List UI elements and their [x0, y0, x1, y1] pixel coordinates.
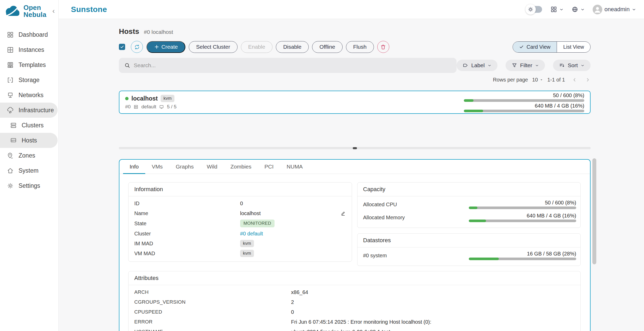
page-title: Hosts: [119, 27, 139, 36]
attribute-row-hostname: HOSTNAME ubuntu2204-fireedge-kvm-6-99-6c…: [129, 327, 580, 331]
chevron-down-icon: [559, 7, 564, 12]
flush-button[interactable]: Flush: [346, 41, 374, 53]
edit-name-button[interactable]: [340, 210, 346, 216]
tab-zombies[interactable]: Zombies: [224, 160, 258, 174]
select-cluster-button[interactable]: Select Cluster: [189, 41, 238, 53]
sidebar-item-label: Hosts: [22, 137, 37, 144]
horizontal-scrollbar-thumb[interactable]: [353, 147, 357, 149]
host-memory-meter: 640 MB / 4 GB (16%): [464, 103, 584, 112]
vertical-scrollbar-thumb[interactable]: [592, 158, 596, 264]
host-card-localhost[interactable]: localhost kvm #0 default 5 / 5 50 / 600 …: [119, 91, 591, 114]
attribute-row-cgroups: CGROUPS_VERSION 2: [129, 297, 580, 307]
apps-grid-icon: [550, 6, 557, 13]
card-view-button[interactable]: Card View: [513, 42, 557, 52]
searchbar[interactable]: [119, 58, 457, 73]
sidebar-item-clusters[interactable]: Clusters: [0, 118, 58, 133]
check-icon: [519, 45, 524, 49]
select-all-checkbox[interactable]: [119, 44, 125, 50]
host-cpu-bar: [464, 99, 584, 102]
sidebar-item-dashboard[interactable]: Dashboard: [0, 27, 58, 42]
apps-menu-button[interactable]: [550, 6, 564, 13]
vm-mad-badge: kvm: [240, 250, 254, 257]
main-content: Hosts #0 localhost Create Select Cluster…: [59, 19, 644, 331]
app-title: Sunstone: [71, 5, 107, 14]
sort-icon: [559, 63, 565, 68]
sidebar-nav: Dashboard Instances Templates Storage Ne…: [0, 27, 58, 193]
attribute-row-error: ERROR Fri Jun 6 07:45:14 2025 : Error mo…: [129, 317, 580, 327]
refresh-button[interactable]: [131, 41, 143, 53]
infrastructure-icon: [7, 107, 14, 114]
chevron-down-icon: [632, 7, 636, 12]
allocated-cpu-bar: [469, 207, 576, 209]
tab-info[interactable]: Info: [123, 160, 145, 174]
storage-icon: [7, 77, 14, 84]
datastores-section: Datastores #0 system 16 GB / 58 GB (28%): [357, 233, 581, 266]
sidebar-item-system[interactable]: System: [0, 163, 58, 178]
cluster-link[interactable]: #0 default: [240, 231, 263, 237]
delete-button[interactable]: [377, 41, 389, 53]
trash-icon: [380, 44, 386, 50]
sidebar-item-infrastructure[interactable]: Infrastructure: [0, 103, 58, 118]
rows-per-page-select[interactable]: 10: [532, 77, 543, 83]
topbar: Sunstone on: [59, 0, 644, 19]
sidebar-item-instances[interactable]: Instances: [0, 42, 58, 57]
im-mad-badge: kvm: [240, 240, 254, 247]
sidebar-item-storage[interactable]: Storage: [0, 72, 58, 88]
tab-vms[interactable]: VMs: [145, 160, 169, 174]
sidebar-item-templates[interactable]: Templates: [0, 57, 58, 72]
pencil-icon: [340, 210, 346, 216]
allocated-memory-bar: [469, 220, 576, 222]
sidebar: Open Nebula ‹ Dashboard Instances Templa…: [0, 0, 59, 331]
list-view-button[interactable]: List View: [557, 42, 590, 52]
plus-icon: [154, 44, 159, 49]
user-menu-button[interactable]: oneadmin: [593, 5, 636, 14]
sidebar-item-hosts[interactable]: Hosts: [0, 133, 58, 148]
settings-gear-icon: [7, 182, 14, 189]
create-button[interactable]: Create: [147, 41, 185, 53]
tab-wild[interactable]: Wild: [200, 160, 224, 174]
search-icon: [124, 62, 130, 68]
host-id: #0: [125, 104, 131, 110]
tab-pci[interactable]: PCI: [258, 160, 280, 174]
sidebar-collapse-icon[interactable]: ‹: [52, 7, 55, 15]
offline-button[interactable]: Offline: [312, 41, 342, 53]
horizontal-scrollbar[interactable]: [119, 147, 591, 149]
host-detail-panel: Info VMs Graphs Wild Zombies PCI NUMA In…: [119, 159, 591, 331]
previous-page-button[interactable]: [572, 77, 577, 83]
tab-graphs[interactable]: Graphs: [169, 160, 200, 174]
sidebar-item-label: Templates: [19, 61, 46, 68]
funnel-icon: [512, 63, 517, 68]
sidebar-item-label: Settings: [19, 182, 40, 189]
attributes-section: Attributes ARCH x86_64 CGROUPS_VERSION 2…: [128, 271, 581, 331]
label-filter-button[interactable]: Label: [457, 60, 497, 71]
chevron-down-icon: [488, 64, 491, 67]
filter-button[interactable]: Filter: [506, 60, 545, 71]
chevron-down-icon: [535, 64, 539, 67]
sort-button[interactable]: Sort: [553, 60, 591, 71]
sidebar-item-networks[interactable]: Networks: [0, 88, 58, 103]
information-section: Information ID 0 Name localhost: [128, 182, 352, 262]
info-row-name: Name localhost: [129, 208, 352, 218]
sidebar-item-label: Instances: [19, 46, 44, 53]
attributes-title: Attributes: [129, 271, 580, 285]
search-input[interactable]: [134, 62, 451, 68]
information-title: Information: [129, 183, 352, 196]
language-menu-button[interactable]: [572, 6, 585, 13]
sidebar-item-label: Networks: [19, 92, 44, 99]
hosts-icon: [10, 137, 17, 144]
opennebula-logo[interactable]: Open Nebula: [0, 0, 58, 18]
theme-toggle[interactable]: [525, 4, 543, 15]
disable-button[interactable]: Disable: [276, 41, 309, 53]
capacity-section: Capacity Allocated CPU 50 / 600 (8%) All…: [357, 182, 581, 228]
datastore-row-system: #0 system 16 GB / 58 GB (28%): [357, 249, 581, 263]
sidebar-item-zones[interactable]: Zones: [0, 148, 58, 163]
page-header: Hosts #0 localhost: [119, 27, 591, 36]
host-state-dot: [125, 97, 129, 100]
rows-per-page-label: Rows per page: [493, 77, 528, 83]
sidebar-item-settings[interactable]: Settings: [0, 178, 58, 193]
tag-icon: [463, 63, 468, 68]
tab-numa[interactable]: NUMA: [280, 160, 309, 174]
next-page-button[interactable]: [585, 77, 591, 83]
enable-button[interactable]: Enable: [241, 41, 272, 53]
info-row-vm-mad: VM MAD kvm: [129, 248, 352, 258]
